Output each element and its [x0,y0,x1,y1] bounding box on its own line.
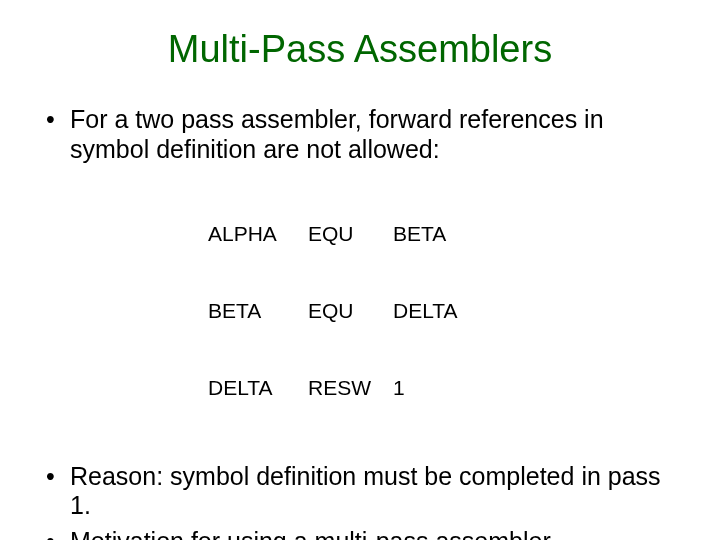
code-operand: 1 [393,375,405,401]
code-operand: BETA [393,221,446,247]
bullet-text: Motivation for using a multi-pass assemb… [70,527,551,540]
bullet-item: Motivation for using a multi-pass assemb… [40,527,680,540]
code-line: BETAEQUDELTA [208,298,680,324]
code-op: EQU [308,298,393,324]
bullet-item: Reason: symbol definition must be comple… [40,462,680,521]
code-block: ALPHAEQUBETA BETAEQUDELTA DELTARESW1 [208,170,680,452]
code-label: BETA [208,298,308,324]
code-label: ALPHA [208,221,308,247]
slide-title: Multi-Pass Assemblers [40,28,680,71]
code-line: DELTARESW1 [208,375,680,401]
bullet-list: For a two pass assembler, forward refere… [40,105,680,164]
code-line: ALPHAEQUBETA [208,221,680,247]
bullet-item: For a two pass assembler, forward refere… [40,105,680,164]
code-op: EQU [308,221,393,247]
code-operand: DELTA [393,298,458,324]
code-label: DELTA [208,375,308,401]
bullet-list: Reason: symbol definition must be comple… [40,462,680,540]
code-op: RESW [308,375,393,401]
slide: Multi-Pass Assemblers For a two pass ass… [0,0,720,540]
